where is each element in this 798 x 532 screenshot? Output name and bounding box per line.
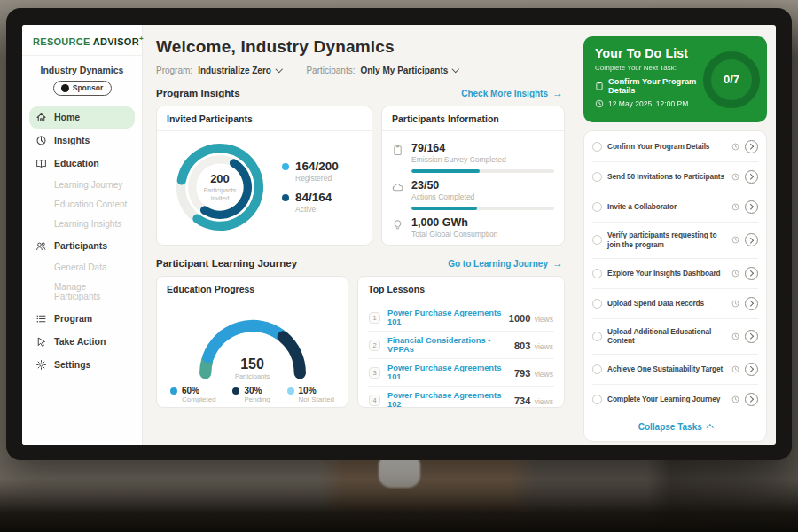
sidebar-item-manage-participants[interactable]: Manage Participants [29,278,135,307]
lesson-views: 734 views [514,392,553,408]
gauge-center-value: 150 [186,356,319,372]
legend-value: 10% [299,386,334,395]
arrow-right-icon [552,87,563,99]
gauge-legend: 60% Completed 30% Pending [167,386,338,403]
sidebar-item-learning-journey[interactable]: Learning Journey [29,176,135,195]
sidebar-item-participants[interactable]: Participants [29,235,135,257]
sidebar-item-education-content[interactable]: Education Content [29,195,135,215]
todo-task-row: Invite a Collaborator [592,192,758,223]
todo-task-row: Explore Your Insights Dashboard [592,259,758,289]
sidebar-item-program[interactable]: Program [29,308,135,330]
legend-value: 30% [244,386,270,395]
task-label: Verify participants requesting to join t… [607,231,726,250]
legend-dot-registered [282,163,289,170]
invited-participants-card: Invited Participants 200 Participants In… [156,106,372,246]
task-checkbox[interactable] [592,172,602,182]
insights-icon [35,135,47,146]
participants-dropdown[interactable]: Only My Participants [360,66,458,75]
task-checkbox[interactable] [592,395,602,404]
task-open-button[interactable] [745,330,758,343]
lesson-link[interactable]: Power Purchase Agreements 101 [387,309,502,326]
legend-active: 84/164 Active [282,192,339,214]
brand-primary: RESOURCE [33,36,90,47]
task-open-button[interactable] [745,140,758,153]
sidebar-item-education[interactable]: Education [29,153,135,175]
legend-registered: 164/200 Registered [282,160,339,183]
participants-dropdown-value: Only My Participants [360,66,448,75]
chevron-right-icon [747,366,753,372]
go-to-learning-journey-link[interactable]: Go to Learning Journey [448,257,563,270]
program-dropdown[interactable]: Industrialize Zero [198,66,281,75]
legend-label: Pending [244,395,270,403]
learning-journey-title: Participant Learning Journey [156,258,297,269]
todo-summary-card: Your To Do List Complete Your Next Task:… [583,36,767,122]
task-label: Send 50 Invitations to Participants [607,172,726,182]
task-open-button[interactable] [745,297,758,310]
lesson-row: 1 Power Purchase Agreements 101 1000 vie… [368,304,554,332]
task-open-button[interactable] [745,200,758,214]
task-clock-icon [732,270,739,278]
lesson-rank: 3 [369,367,380,379]
task-checkbox[interactable] [592,202,602,212]
legend-dot-completed [170,387,177,395]
legend-label: Active [295,205,332,214]
lesson-link[interactable]: Financial Considerations - VPPAs [387,336,507,354]
stat-value: 23/50 [411,179,474,192]
home-icon [35,112,47,123]
todo-subtitle: Complete Your Next Task: [595,64,700,72]
sidebar-item-learning-insights[interactable]: Learning Insights [29,215,135,234]
todo-panel: Your To Do List Complete Your Next Task:… [575,25,776,445]
task-checkbox[interactable] [592,332,602,341]
sidebar-item-general-data[interactable]: General Data [29,258,135,278]
task-checkbox[interactable] [592,299,602,309]
task-label: Achieve One Sustainability Target [607,364,726,374]
todo-task-row: Confirm Your Program Details [592,132,758,162]
task-checkbox[interactable] [592,364,602,374]
lesson-views: 1000 views [509,309,553,325]
check-more-insights-link[interactable]: Check More Insights [461,87,563,99]
sponsor-badge-icon [61,84,69,92]
task-open-button[interactable] [745,363,758,376]
task-open-button[interactable] [745,393,758,406]
todo-task-row: Complete Your Learning Journey [592,385,758,414]
legend-label: Registered [295,174,339,183]
sponsor-badge: Sponsor [53,81,112,96]
invited-participants-donut-chart: 200 Participants Invited [170,137,270,237]
brand-secondary: ADVISOR [93,36,139,47]
sidebar-item-label: Program [54,313,92,324]
learning-cards-row: Education Progress 150 Participants [156,276,565,408]
lesson-row: 3 Power Purchase Agreements 101 793 view… [368,359,554,387]
stat-value: 1,000 GWh [411,216,497,229]
task-open-button[interactable] [745,233,758,246]
task-label: Explore Your Insights Dashboard [607,269,726,278]
task-open-button[interactable] [745,170,758,184]
gauge-center-label: Participants [186,372,319,380]
brand-logo: RESOURCE ADVISOR+ [22,35,142,56]
lesson-link[interactable]: Power Purchase Agreements 102 [387,391,507,408]
chevron-down-icon [452,66,459,73]
task-clock-icon [732,300,739,308]
sidebar-item-label: Insights [54,135,90,145]
participants-filter-label: Participants: [306,66,355,75]
emission-survey-progress-bar [411,169,554,173]
task-checkbox[interactable] [592,142,602,152]
task-checkbox[interactable] [592,269,602,278]
sidebar-item-take-action[interactable]: Take Action [29,331,135,353]
task-clock-icon [732,173,739,181]
lesson-views: 803 views [514,337,553,353]
todo-task-row: Verify participants requesting to join t… [592,223,758,259]
task-checkbox[interactable] [592,235,602,245]
task-open-button[interactable] [745,267,758,280]
legend-dot-not-started [287,387,294,395]
program-filter: Program: Industrialize Zero [156,66,281,75]
collapse-tasks-link[interactable]: Collapse Tasks [592,414,758,441]
sidebar-item-home[interactable]: Home [29,106,135,129]
todo-title: Your To Do List [595,46,700,60]
lesson-link[interactable]: Power Purchase Agreements 101 [387,364,507,381]
chevron-right-icon [747,396,753,402]
program-name: Industry Dynamics [22,65,142,75]
sidebar-item-settings[interactable]: Settings [29,354,135,376]
sidebar-item-label: Education [54,158,99,168]
cursor-icon [35,336,47,348]
sidebar-item-insights[interactable]: Insights [29,129,135,152]
